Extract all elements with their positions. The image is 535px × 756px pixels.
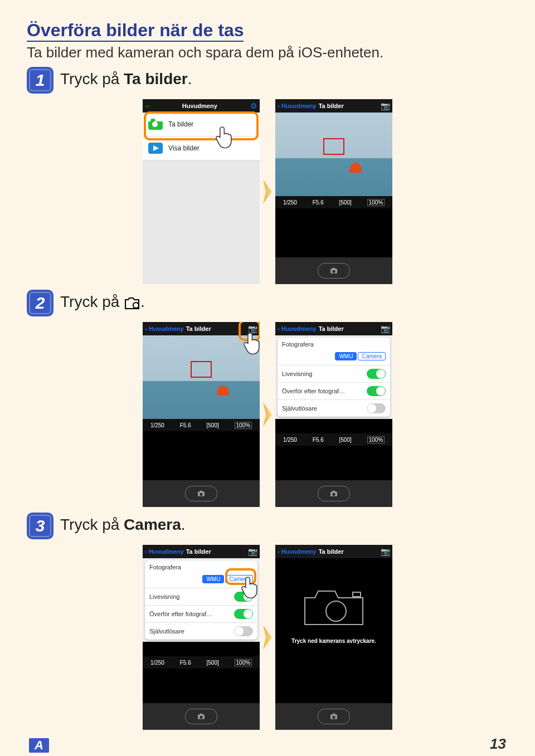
step-3-text: Tryck på Camera.: [60, 513, 186, 534]
seg-wmu[interactable]: WMU: [202, 575, 224, 583]
capture-title: Ta bilder: [319, 548, 378, 555]
exif-row: 1/250 F5.6 [500] 100%: [275, 196, 392, 208]
outline-hint: Tryck ned kamerans avtryckare.: [291, 638, 376, 644]
toggle-timer-label: Självutlösare: [149, 628, 184, 635]
toggle-after-label: Överför efter fotograf…: [149, 611, 212, 617]
step-2-badge: 2: [27, 290, 54, 316]
back-button[interactable]: ‹ Huvudmeny: [278, 325, 317, 332]
capture-title: Ta bilder: [186, 325, 246, 332]
tap-hand-icon: [242, 331, 260, 358]
shutter-button[interactable]: [318, 709, 350, 724]
toggle-timer[interactable]: [367, 403, 386, 413]
focus-rect: [323, 138, 344, 155]
gear-icon[interactable]: ⚙: [250, 101, 257, 110]
menu-title: Huvudmeny: [152, 103, 248, 109]
toggle-after[interactable]: [234, 609, 253, 619]
svg-point-1: [326, 601, 346, 621]
camera-gear-icon[interactable]: 📷: [248, 547, 257, 556]
camera-gear-icon[interactable]: 📷: [381, 324, 390, 333]
screenshot-2b: ‹ Huvudmeny Ta bilder 📷 Fotografera WMU …: [275, 322, 392, 507]
toggle-timer[interactable]: [234, 626, 253, 636]
shutter-button[interactable]: [185, 709, 217, 724]
step-3-badge: 3: [27, 513, 54, 539]
back-button[interactable]: ‹ Huvudmeny: [278, 548, 317, 555]
camera-outline: Tryck ned kamerans avtryckare.: [275, 558, 392, 670]
intro-text: Ta bilder med kameran och spara dem på i…: [27, 44, 508, 61]
toggle-live-label: Livevisning: [149, 593, 179, 600]
back-button[interactable]: ‹ Huvudmeny: [145, 548, 184, 555]
arrow-icon: [263, 402, 272, 427]
screenshot-1b: ‹ Huvudmeny Ta bilder 📷 1/250 F5.6 [500]…: [275, 99, 392, 284]
play-icon: [148, 143, 163, 154]
step-1-text: Tryck på Ta bilder.: [60, 67, 192, 88]
capture-title: Ta bilder: [319, 103, 378, 109]
footer-section-badge: A: [29, 738, 49, 753]
svg-rect-2: [353, 592, 361, 597]
arrow-icon: [263, 625, 272, 650]
screenshot-3a: ‹ Huvudmeny Ta bilder 📷 Fotografera WMU …: [143, 545, 260, 730]
screenshot-1a: ◦› Huvudmeny ⚙ Ta bilder Visa bilder: [143, 99, 260, 284]
capture-title: Ta bilder: [319, 325, 378, 332]
screenshot-3b: ‹ Huvudmeny Ta bilder 📷 Tryck ned kamera…: [275, 545, 392, 730]
settings-header: Fotografera: [278, 338, 390, 351]
capture-title: Ta bilder: [186, 548, 246, 555]
shutter-button[interactable]: [185, 486, 217, 501]
toggle-after-label: Överför efter fotograf…: [282, 388, 345, 394]
section-heading: Överföra bilder när de tas: [27, 20, 244, 42]
step-1-badge: 1: [27, 67, 54, 94]
segment-control[interactable]: WMU Camera: [278, 351, 390, 365]
back-button[interactable]: ‹ Huvudmeny: [278, 103, 317, 109]
page-number: 13: [490, 735, 506, 753]
shutter-button[interactable]: [318, 486, 350, 501]
wifi-icon: ◦›: [145, 103, 149, 109]
subject: [349, 163, 362, 179]
toggle-timer-label: Självutlösare: [282, 405, 317, 412]
toggle-live[interactable]: [367, 369, 386, 379]
viewfinder: [275, 113, 392, 196]
tap-hand-icon: [214, 125, 236, 152]
step-2-text: Tryck på .: [60, 290, 145, 311]
camera-gear-icon-inline: [124, 296, 140, 310]
menu-item-label: Visa bilder: [168, 144, 200, 152]
exif-row: 1/250 F5.6 [500] 100%: [143, 419, 260, 431]
tap-hand-icon: [240, 575, 260, 602]
screenshot-2a: ‹ Huvudmeny Ta bilder 📷 1/250 F5.6 [500]…: [143, 322, 260, 507]
camera-gear-icon[interactable]: 📷: [381, 101, 390, 110]
highlight-ta-bilder: [144, 111, 259, 140]
seg-wmu[interactable]: WMU: [335, 352, 357, 360]
back-button[interactable]: ‹ Huvudmeny: [145, 325, 184, 332]
toggle-live-label: Livevisning: [282, 370, 312, 377]
shutter-button[interactable]: [318, 263, 350, 279]
camera-gear-icon[interactable]: 📷: [381, 547, 390, 556]
svg-point-0: [133, 303, 139, 308]
toggle-after[interactable]: [367, 386, 386, 396]
seg-camera[interactable]: Camera: [358, 352, 386, 360]
exif-row: 1/250 F5.6 [500] 100%: [275, 433, 392, 446]
exif-row: 1/250 F5.6 [500] 100%: [143, 656, 260, 669]
arrow-icon: [263, 179, 272, 204]
